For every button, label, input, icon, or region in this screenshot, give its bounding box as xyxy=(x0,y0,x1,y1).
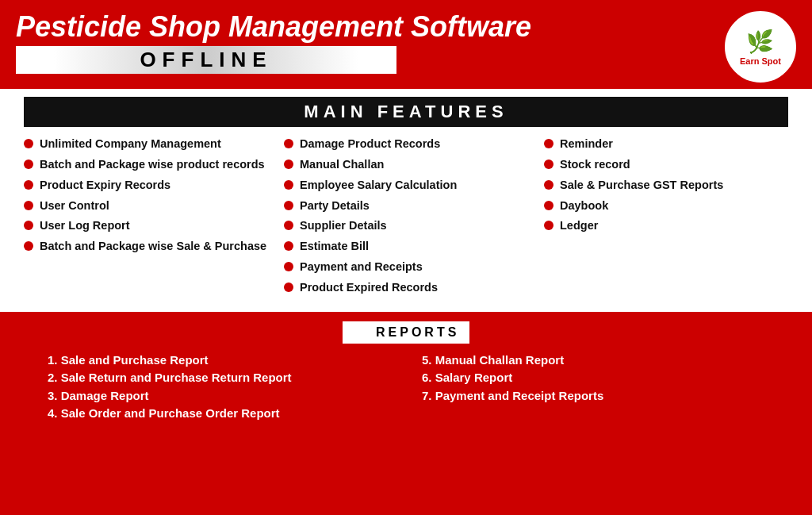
report-item: 1. Sale and Purchase Report xyxy=(48,352,390,370)
header-text: Pesticide Shop Management Software OFFLI… xyxy=(16,11,725,74)
report-item: 2. Sale Return and Purchase Return Repor… xyxy=(48,369,390,387)
feature-label: Ledger xyxy=(560,218,598,233)
bullet-icon xyxy=(24,159,33,169)
bullet-icon xyxy=(544,201,553,210)
feature-label: Damage Product Records xyxy=(300,136,440,152)
list-item: Damage Product Records xyxy=(284,136,528,152)
bullet-icon xyxy=(284,282,293,292)
list-item: Daybook xyxy=(544,198,788,213)
report-item: 4. Sale Order and Purchase Order Report xyxy=(48,405,390,423)
bullet-icon xyxy=(284,159,293,169)
offline-badge: OFFLINE xyxy=(16,46,396,74)
bullet-icon xyxy=(24,180,33,190)
header: Pesticide Shop Management Software OFFLI… xyxy=(0,0,812,89)
feature-label: User Log Report xyxy=(40,218,130,233)
reports-col-left: 1. Sale and Purchase Report 2. Sale Retu… xyxy=(48,352,390,423)
feature-label: Employee Salary Calculation xyxy=(300,178,457,193)
list-item: Manual Challan xyxy=(284,157,528,172)
reports-col-right: 5. Manual Challan Report 6. Salary Repor… xyxy=(422,352,764,423)
feature-label: Supplier Details xyxy=(300,218,387,233)
bullet-icon xyxy=(284,201,293,210)
list-item: Reminder xyxy=(544,136,788,152)
list-item: Product Expired Records xyxy=(284,280,528,295)
feature-col-3: Reminder Stock record Sale & Purchase GS… xyxy=(544,136,788,301)
list-item: Product Expiry Records xyxy=(24,178,268,193)
list-item: Payment and Receipts xyxy=(284,259,528,275)
report-item: 6. Salary Report xyxy=(422,369,764,387)
reports-title: REPORTS xyxy=(343,321,469,344)
list-item: Supplier Details xyxy=(284,218,528,233)
feature-label: Stock record xyxy=(560,157,630,172)
main-features-section: MAIN FEATURES Unlimited Company Manageme… xyxy=(0,89,812,312)
feature-label: Estimate Bill xyxy=(300,239,369,254)
feature-label: Batch and Package wise product records xyxy=(40,157,265,172)
bullet-icon xyxy=(284,180,293,190)
list-item: User Log Report xyxy=(24,218,268,233)
feature-label: Reminder xyxy=(560,136,613,152)
list-item: Stock record xyxy=(544,157,788,172)
bullet-icon xyxy=(284,241,293,251)
bullet-icon xyxy=(544,139,553,148)
features-grid: Unlimited Company Management Batch and P… xyxy=(24,136,788,301)
app-title: Pesticide Shop Management Software xyxy=(16,11,725,43)
bullet-icon xyxy=(544,221,553,230)
bullet-icon xyxy=(24,139,33,148)
list-item: User Control xyxy=(24,198,268,213)
logo-icon: 🌿 xyxy=(746,29,774,55)
feature-label: Product Expiry Records xyxy=(40,178,170,193)
list-item: Party Details xyxy=(284,198,528,213)
list-item: Employee Salary Calculation xyxy=(284,178,528,193)
bullet-icon xyxy=(284,262,293,271)
logo-inner: 🌿 Earn Spot xyxy=(740,29,781,66)
bullet-icon xyxy=(24,221,33,230)
list-item: Batch and Package wise product records xyxy=(24,157,268,172)
list-item: Sale & Purchase GST Reports xyxy=(544,178,788,193)
report-item: 3. Damage Report xyxy=(48,387,390,405)
bullet-icon xyxy=(24,241,33,251)
feature-label: Unlimited Company Management xyxy=(40,136,221,152)
list-item: Estimate Bill xyxy=(284,239,528,254)
feature-col-1: Unlimited Company Management Batch and P… xyxy=(24,136,268,301)
feature-label: Party Details xyxy=(300,198,370,213)
feature-label: User Control xyxy=(40,198,109,213)
feature-label: Daybook xyxy=(560,198,608,213)
bullet-icon xyxy=(544,159,553,169)
feature-col-2: Damage Product Records Manual Challan Em… xyxy=(284,136,528,301)
main-features-title: MAIN FEATURES xyxy=(24,97,788,127)
report-item: 7. Payment and Receipt Reports xyxy=(422,387,764,405)
reports-grid: 1. Sale and Purchase Report 2. Sale Retu… xyxy=(48,352,764,423)
bullet-icon xyxy=(284,221,293,230)
feature-label: Manual Challan xyxy=(300,157,384,172)
feature-label: Batch and Package wise Sale & Purchase xyxy=(40,239,266,254)
feature-label: Payment and Receipts xyxy=(300,259,423,275)
bullet-icon xyxy=(544,180,553,190)
feature-label: Sale & Purchase GST Reports xyxy=(560,178,723,193)
list-item: Unlimited Company Management xyxy=(24,136,268,152)
logo: 🌿 Earn Spot xyxy=(725,11,796,83)
logo-text: Earn Spot xyxy=(740,56,781,66)
list-item: Batch and Package wise Sale & Purchase xyxy=(24,239,268,254)
bullet-icon xyxy=(24,201,33,210)
feature-label: Product Expired Records xyxy=(300,280,438,295)
list-item: Ledger xyxy=(544,218,788,233)
bullet-icon xyxy=(284,139,293,148)
reports-section: REPORTS 1. Sale and Purchase Report 2. S… xyxy=(0,312,812,432)
report-item: 5. Manual Challan Report xyxy=(422,352,764,370)
